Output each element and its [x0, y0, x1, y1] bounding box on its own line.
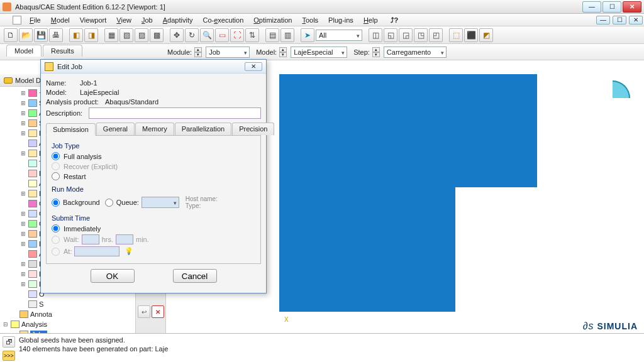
- simulia-logo: ∂s SIMULIA: [583, 321, 638, 332]
- menu-help[interactable]: Help: [359, 15, 382, 25]
- zoom-button[interactable]: 🔍: [200, 28, 214, 42]
- menu-view[interactable]: View: [112, 15, 136, 25]
- new-button[interactable]: 🗋: [4, 28, 18, 42]
- dialog-title: Edit Job: [57, 63, 82, 70]
- mdi-icon: [13, 16, 21, 25]
- tab-memory[interactable]: Memory: [135, 123, 174, 135]
- radio-queue[interactable]: Queue:: [105, 199, 139, 207]
- model-select[interactable]: LajeEspecial: [291, 47, 347, 58]
- arrow-button[interactable]: ➤: [301, 28, 314, 42]
- tab-submission[interactable]: Submission: [46, 123, 96, 136]
- radio-background[interactable]: Background: [52, 199, 100, 207]
- mdi-close-button[interactable]: ✕: [629, 16, 643, 25]
- submittime-group-label: Submit Time: [52, 214, 255, 222]
- message-text: Global seeds have been assigned. 140 ele…: [19, 336, 168, 354]
- axis-label-x: X: [284, 316, 289, 323]
- product-value: Abaqus/Standard: [105, 98, 158, 106]
- menu-file[interactable]: File: [25, 15, 45, 25]
- view-button-2[interactable]: ▥: [280, 28, 294, 42]
- context-help-button[interactable]: ⤴?: [386, 15, 403, 25]
- tool-button-2[interactable]: ◨: [84, 28, 98, 42]
- tool-button-3[interactable]: ▦: [104, 28, 118, 42]
- context-bar: Module: ▴▾ Job Model: ▴▾ LajeEspecial St…: [0, 44, 644, 60]
- main-tabs: Model Results: [3, 43, 84, 57]
- name-label: Name:: [46, 79, 77, 87]
- tab-general[interactable]: General: [96, 123, 135, 135]
- message-button[interactable]: 🗗: [3, 336, 15, 348]
- mdi-restore-button[interactable]: [613, 16, 626, 25]
- dialog-close-button[interactable]: ✕: [245, 62, 262, 71]
- open-button[interactable]: 📂: [19, 28, 33, 42]
- print-button[interactable]: 🖶: [49, 28, 63, 42]
- at-time-input: [74, 246, 119, 256]
- dialog-tabs: Submission General Memory Parallelizatio…: [46, 123, 261, 136]
- tool-button-6[interactable]: ▩: [150, 28, 164, 42]
- pan-button[interactable]: ✥: [170, 28, 184, 42]
- tool-button-7[interactable]: ◫: [369, 28, 382, 42]
- tab-results[interactable]: Results: [43, 45, 82, 57]
- radio-recover: Recover (Explicit): [52, 162, 255, 170]
- module-label: Module:: [167, 48, 192, 56]
- cycle-view-button[interactable]: ⇅: [245, 28, 259, 42]
- radio-full-analysis[interactable]: Full analysis: [52, 152, 255, 160]
- model-value: LajeEspecial: [80, 89, 119, 96]
- view-button-1[interactable]: ▤: [265, 28, 279, 42]
- model-label: Model:: [46, 89, 77, 96]
- wait-hrs-input: [82, 234, 99, 244]
- window-close-button[interactable]: [623, 1, 641, 13]
- radio-at: At: 💡: [52, 246, 255, 256]
- ok-button[interactable]: OK: [91, 269, 135, 283]
- menu-adaptivity[interactable]: Adaptivity: [158, 15, 197, 25]
- menu-bar: File Model Viewport View Job Adaptivity …: [0, 14, 644, 26]
- menu-plugins[interactable]: Plug-ins: [324, 15, 358, 25]
- window-minimize-button[interactable]: [582, 1, 601, 13]
- step-select[interactable]: Carregamento: [384, 47, 447, 58]
- radio-restart[interactable]: Restart: [52, 172, 255, 180]
- runmode-group-label: Run Mode: [52, 185, 255, 193]
- tool-button-12[interactable]: ⬚: [449, 28, 463, 42]
- tool-button-10[interactable]: ◳: [414, 28, 428, 42]
- dialog-titlebar[interactable]: Edit Job ✕: [41, 60, 266, 74]
- step-label: Step:: [353, 48, 370, 56]
- tab-precision[interactable]: Precision: [232, 123, 274, 135]
- tool-button-5[interactable]: ▨: [135, 28, 148, 42]
- jobtype-group-label: Job Type: [52, 142, 255, 150]
- cli-button[interactable]: >>>: [3, 351, 15, 361]
- queue-select[interactable]: [142, 197, 179, 208]
- description-input[interactable]: [89, 107, 261, 119]
- tool-button-4[interactable]: ▧: [119, 28, 133, 42]
- tool-button-11[interactable]: ◰: [429, 28, 443, 42]
- selection-filter-select[interactable]: All: [316, 30, 362, 41]
- description-label: Description:: [46, 109, 86, 117]
- module-select[interactable]: Job: [206, 47, 250, 58]
- radio-immediately[interactable]: Immediately: [52, 224, 255, 233]
- cancel-button[interactable]: Cancel: [173, 269, 217, 283]
- menu-model[interactable]: Model: [47, 15, 74, 25]
- menu-job[interactable]: Job: [137, 15, 157, 25]
- tool-button-13[interactable]: ⬛: [464, 28, 478, 42]
- save-button[interactable]: 💾: [34, 28, 48, 42]
- vtool-cancel[interactable]: ✕: [152, 305, 164, 318]
- tool-button-8[interactable]: ◱: [384, 28, 397, 42]
- database-icon: [4, 77, 13, 84]
- tab-model[interactable]: Model: [6, 45, 42, 57]
- menu-tools[interactable]: Tools: [297, 15, 323, 25]
- name-value: Job-1: [80, 79, 97, 87]
- tool-button-9[interactable]: ◲: [399, 28, 413, 42]
- rotate-button[interactable]: ↻: [185, 28, 199, 42]
- menu-coexecution[interactable]: Co-execution: [198, 15, 248, 25]
- menu-viewport[interactable]: Viewport: [75, 15, 111, 25]
- window-title: Abaqus/CAE Student Edition 6.12-2 [Viewp…: [15, 3, 581, 11]
- tool-button-1[interactable]: ◧: [69, 28, 83, 42]
- menu-optimization[interactable]: Optimization: [249, 15, 296, 25]
- tab-parallelization[interactable]: Parallelization: [175, 123, 231, 135]
- zoom-window-button[interactable]: ▭: [215, 28, 229, 42]
- window-maximize-button[interactable]: [602, 1, 621, 13]
- edit-job-dialog: Edit Job ✕ Name:Job-1 Model:LajeEspecial…: [40, 59, 267, 293]
- fit-button[interactable]: ⛶: [230, 28, 244, 42]
- vtool-back[interactable]: ↩: [138, 305, 150, 318]
- wait-min-input: [116, 234, 133, 244]
- tool-button-14[interactable]: ◩: [479, 28, 493, 42]
- mdi-minimize-button[interactable]: [596, 16, 610, 25]
- tip-icon[interactable]: 💡: [125, 247, 133, 256]
